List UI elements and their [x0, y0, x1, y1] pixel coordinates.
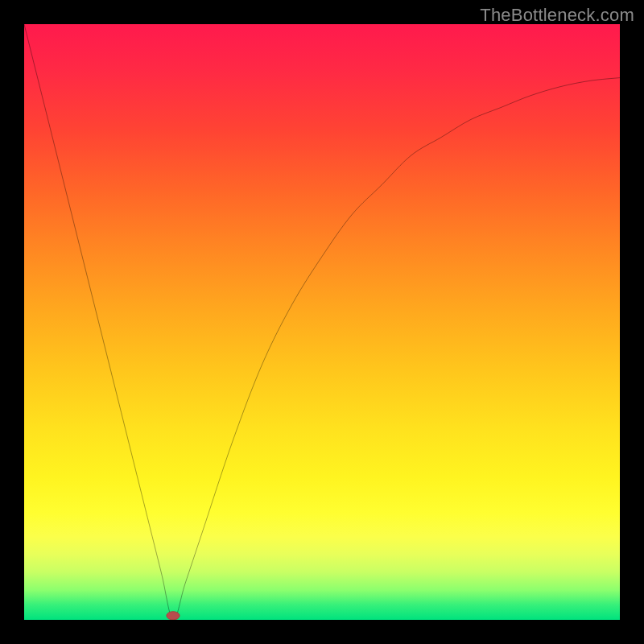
marker-dot — [167, 612, 180, 620]
attribution-text: TheBottleneck.com — [480, 5, 634, 26]
chart-frame: TheBottleneck.com — [0, 0, 644, 644]
curve-svg — [24, 24, 620, 620]
plot-area — [24, 24, 620, 620]
curve-path — [24, 24, 620, 620]
